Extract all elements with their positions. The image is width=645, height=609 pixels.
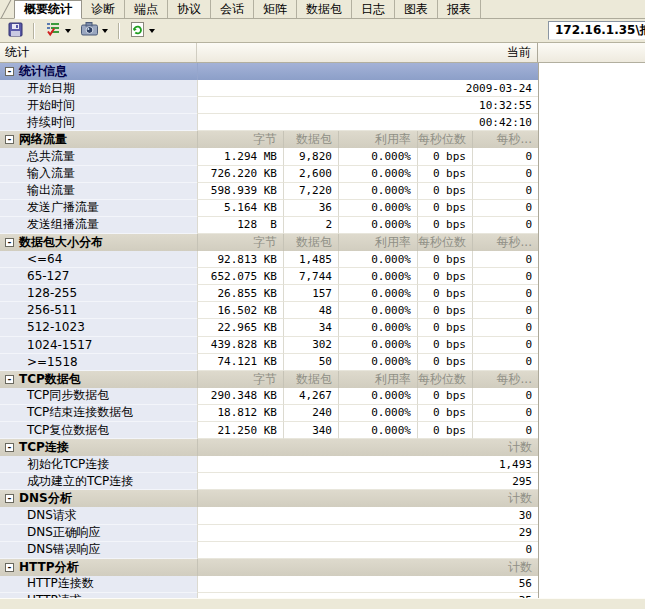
camera-button[interactable] [77, 19, 112, 42]
table-header-row[interactable]: 统计 当前 [0, 43, 645, 63]
stat-value: 0 [472, 302, 538, 319]
save-button[interactable] [4, 19, 27, 43]
statistics-table: -统计信息开始日期2009-03-24开始时间10:32:55持续时间00:42… [0, 63, 539, 609]
stat-value: 295 [197, 473, 538, 490]
stat-value: 0.000% [338, 217, 417, 234]
adapter-address-box[interactable]: 172.16.1.35\捕 [548, 21, 645, 40]
section-title-label: TCP数据包 [19, 371, 81, 388]
tab-active[interactable]: 概要统计 [14, 0, 82, 19]
tab-item[interactable]: 协议 [168, 0, 211, 18]
section-title-label: 网络流量 [19, 131, 67, 148]
stat-row[interactable]: TCP同步数据包290.348 KB4,2670.000%0 bps0 [0, 388, 538, 405]
section-header-row[interactable]: -TCP连接计数 [0, 439, 538, 456]
tab-item[interactable]: 会话 [211, 0, 254, 18]
collapse-expander-icon[interactable]: - [5, 443, 14, 452]
stat-row[interactable]: 128-25526.855 KB1570.000%0 bps0 [0, 285, 538, 302]
tab-item[interactable]: 数据包 [297, 0, 352, 18]
section-header-row[interactable]: -DNS分析计数 [0, 490, 538, 507]
tab-item[interactable]: 端点 [125, 0, 168, 18]
stat-value: 0.000% [338, 200, 417, 217]
tab-item[interactable]: 报表 [438, 0, 481, 18]
section-title: -TCP数据包 [0, 371, 197, 388]
stat-value: 302 [283, 337, 338, 354]
tab-item[interactable]: 矩阵 [254, 0, 297, 18]
section-header-row[interactable]: -数据包大小分布字节数据包利用率每秒位数每秒... [0, 234, 538, 251]
dropdown-caret-icon[interactable] [149, 29, 155, 33]
stat-row[interactable]: 发送广播流量5.164 KB360.000%0 bps0 [0, 200, 538, 217]
column-subheader: 利用率 [338, 371, 417, 388]
section-header-row[interactable]: -TCP数据包字节数据包利用率每秒位数每秒... [0, 371, 538, 388]
stat-row[interactable]: 开始日期2009-03-24 [0, 80, 538, 97]
collapse-expander-icon[interactable]: - [5, 494, 14, 503]
stat-value: 18.812 KB [197, 405, 283, 422]
stat-row[interactable]: 发送组播流量128 B20.000%0 bps0 [0, 217, 538, 234]
stat-row[interactable]: DNS正确响应29 [0, 525, 538, 542]
stat-value: 340 [283, 422, 338, 439]
stat-row[interactable]: 65-127652.075 KB7,7440.000%0 bps0 [0, 268, 538, 285]
stat-value: 2,600 [283, 166, 338, 183]
field-chooser-button[interactable] [41, 18, 75, 43]
stat-row[interactable]: 512-102322.965 KB340.000%0 bps0 [0, 319, 538, 336]
column-header-current[interactable]: 当前 [197, 43, 538, 62]
stat-row[interactable]: 总共流量1.294 MB9,8200.000%0 bps0 [0, 148, 538, 165]
tab-item[interactable]: 日志 [352, 0, 395, 18]
section-title: -网络流量 [0, 131, 197, 148]
stat-value: 36 [283, 200, 338, 217]
stat-value: 0 bps [417, 354, 472, 371]
section-title-label: TCP连接 [19, 439, 69, 456]
stat-value: 0 bps [417, 285, 472, 302]
stat-label: 输入流量 [0, 166, 197, 183]
stat-value: 0.000% [338, 166, 417, 183]
stat-value: 16.502 KB [197, 302, 283, 319]
dropdown-caret-icon[interactable] [65, 29, 71, 33]
section-header-row[interactable]: -统计信息 [0, 63, 538, 80]
stat-value: 10:32:55 [197, 97, 538, 114]
stat-row[interactable]: 输入流量726.220 KB2,6000.000%0 bps0 [0, 166, 538, 183]
stat-row[interactable]: TCP结束连接数据包18.812 KB2400.000%0 bps0 [0, 405, 538, 422]
tab-item[interactable]: 诊断 [82, 0, 125, 18]
stat-row[interactable]: DNS请求30 [0, 507, 538, 524]
collapse-expander-icon[interactable]: - [5, 563, 14, 572]
stat-value: 0 bps [417, 200, 472, 217]
column-subheader: 利用率 [338, 234, 417, 251]
column-header-statistic[interactable]: 统计 [0, 43, 197, 62]
stat-value: 0 [472, 319, 538, 336]
stat-value: 50 [283, 354, 338, 371]
stat-row[interactable]: >=151874.121 KB500.000%0 bps0 [0, 354, 538, 371]
stat-row[interactable]: 初始化TCP连接1,493 [0, 456, 538, 473]
stat-label: DNS正确响应 [0, 525, 197, 542]
stat-label: 输出流量 [0, 183, 197, 200]
stat-row[interactable]: 开始时间10:32:55 [0, 97, 538, 114]
stat-label: TCP复位数据包 [0, 422, 197, 439]
refresh-button[interactable] [126, 19, 159, 43]
stat-label: DNS请求 [0, 507, 197, 524]
stat-row[interactable]: 成功建立的TCP连接295 [0, 473, 538, 490]
collapse-expander-icon[interactable]: - [5, 135, 14, 144]
section-header-row[interactable]: -网络流量字节数据包利用率每秒位数每秒... [0, 131, 538, 148]
stat-label: 持续时间 [0, 114, 197, 131]
stat-label: 初始化TCP连接 [0, 456, 197, 473]
collapse-expander-icon[interactable]: - [5, 238, 14, 247]
collapse-expander-icon[interactable]: - [5, 375, 14, 384]
stat-value: 0 [472, 268, 538, 285]
stat-label: >=1518 [0, 354, 197, 371]
stat-row[interactable]: 256-51116.502 KB480.000%0 bps0 [0, 302, 538, 319]
section-title-label: 数据包大小分布 [19, 234, 103, 251]
stat-row[interactable]: 持续时间00:42:10 [0, 114, 538, 131]
tab-item[interactable]: 图表 [395, 0, 438, 18]
stat-row[interactable]: TCP复位数据包21.250 KB3400.000%0 bps0 [0, 422, 538, 439]
column-subheader: 数据包 [283, 234, 338, 251]
stat-label: 成功建立的TCP连接 [0, 473, 197, 490]
stat-row[interactable]: 1024-1517439.828 KB3020.000%0 bps0 [0, 337, 538, 354]
stat-row[interactable]: HTTP连接数56 [0, 576, 538, 593]
stat-value: 0 bps [417, 251, 472, 268]
stat-row[interactable]: 输出流量598.939 KB7,2200.000%0 bps0 [0, 183, 538, 200]
stat-row[interactable]: DNS错误响应0 [0, 542, 538, 559]
section-header-row[interactable]: -HTTP分析计数 [0, 559, 538, 576]
stat-row[interactable]: <=6492.813 KB1,4850.000%0 bps0 [0, 251, 538, 268]
tab-lead-diagonal [0, 0, 14, 18]
collapse-expander-icon[interactable]: - [5, 67, 14, 76]
dropdown-caret-icon[interactable] [102, 29, 108, 33]
stat-value: 0.000% [338, 422, 417, 439]
stat-value: 30 [197, 507, 538, 524]
